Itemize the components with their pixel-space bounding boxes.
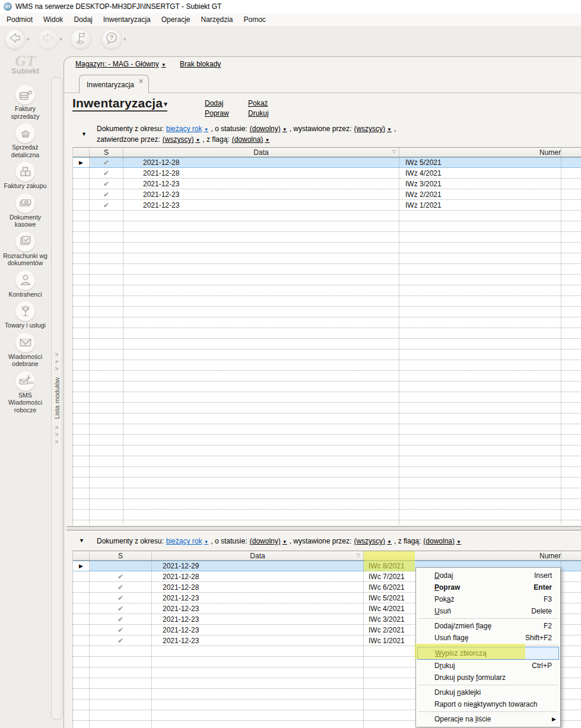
menu-item-dodaj-zmie-flag-[interactable]: Dodaj/zmień flagęF2: [416, 620, 560, 632]
empty-table-row[interactable]: [73, 456, 581, 467]
empty-table-row[interactable]: [73, 478, 581, 488]
table-row[interactable]: ✔2021-12-23IWz 1/2021: [73, 200, 581, 211]
sidebar-item-faktury-sprzeda-y[interactable]: Faktury sprzedaży: [1, 83, 50, 122]
empty-table-row[interactable]: [73, 243, 581, 253]
filter-value-dropdown[interactable]: (dowolna)▼: [232, 135, 270, 144]
empty-table-row[interactable]: [73, 371, 581, 382]
empty-table-row[interactable]: [73, 488, 581, 499]
empty-table-row[interactable]: [73, 467, 581, 478]
empty-table-row[interactable]: [73, 296, 581, 307]
column-header-s[interactable]: S: [90, 551, 152, 560]
chevron-down-icon[interactable]: ▾: [60, 36, 63, 42]
column-header-data[interactable]: Data▽: [123, 148, 399, 157]
splitter-handle[interactable]: [66, 526, 581, 530]
empty-table-row[interactable]: [73, 446, 581, 456]
empty-table-row[interactable]: [73, 520, 581, 525]
sidebar-item-rozrachunki-wg-dokument-w[interactable]: Rozrachunki wg dokumentów: [1, 230, 50, 269]
drukuj-link[interactable]: Drukuj: [248, 109, 269, 117]
sidebar-item-faktury-zakupu[interactable]: Faktury zakupu: [1, 160, 50, 192]
empty-table-row[interactable]: [73, 275, 581, 285]
empty-table-row[interactable]: [73, 435, 581, 446]
modules-strip-toggle[interactable]: > > > Lista modułów > > >: [51, 77, 62, 720]
pokaz-link[interactable]: Pokaż: [248, 99, 268, 107]
table-row[interactable]: ▶✔2021-12-28IWz 5/2021: [73, 157, 581, 168]
filter-value-dropdown[interactable]: (wszyscy)▼: [354, 125, 392, 133]
table-row[interactable]: ✔2021-12-23IWz 2/2021: [73, 189, 581, 200]
menu-item-drukuj-naklejki[interactable]: Drukuj naklejki: [416, 686, 560, 698]
nav-arrow-button[interactable]: [5, 29, 25, 49]
flag-button[interactable]: [71, 29, 91, 49]
menu-item-wypisz-zbiorcz-[interactable]: Wypisz zbiorczą: [417, 647, 559, 660]
sidebar-item-dokumenty-kasowe[interactable]: Dokumenty kasowe: [1, 192, 50, 230]
column-header-data[interactable]: Data▽: [152, 551, 364, 560]
empty-table-row[interactable]: [73, 232, 581, 243]
empty-table-row[interactable]: [73, 403, 581, 414]
dodaj-link[interactable]: Dodaj: [205, 99, 223, 107]
empty-table-row[interactable]: [73, 285, 581, 296]
column-header-marker[interactable]: [73, 148, 90, 157]
filter-value-dropdown[interactable]: (wszyscy)▼: [163, 135, 201, 144]
column-header-marker[interactable]: [73, 551, 90, 560]
menubar-item-podmiot[interactable]: Podmiot: [1, 14, 38, 26]
menu-item-drukuj[interactable]: DrukujCtrl+P: [416, 660, 560, 672]
filter-collapse-icon[interactable]: ▼: [79, 538, 84, 543]
menu-item-usu-[interactable]: UsuńDelete: [416, 605, 560, 617]
filter-value-dropdown[interactable]: (wszyscy)▼: [354, 537, 392, 545]
column-header-numer[interactable]: Numer: [364, 551, 561, 560]
popraw-link[interactable]: Popraw: [205, 109, 229, 117]
empty-table-row[interactable]: [73, 264, 581, 275]
empty-table-row[interactable]: [73, 414, 581, 424]
sort-indicator-icon[interactable]: ▽: [392, 149, 396, 154]
page-title[interactable]: Inwentaryzacja▾: [72, 96, 167, 110]
menubar-item-pomoc[interactable]: Pomoc: [239, 14, 271, 26]
sidebar-item-sprzeda-detaliczna[interactable]: Sprzedaż detaliczna: [1, 122, 50, 160]
warehouse-selector[interactable]: Magazyn: - MAG - Główny▼: [75, 60, 166, 68]
table-row[interactable]: ✔2021-12-28IWz 4/2021: [73, 168, 581, 179]
empty-table-row[interactable]: [73, 211, 581, 221]
menubar-item-operacje[interactable]: Operacje: [156, 14, 196, 26]
empty-table-row[interactable]: [73, 360, 581, 371]
empty-table-row[interactable]: [73, 339, 581, 349]
column-header-filler[interactable]: [561, 148, 581, 157]
menu-item-operacje-na-li-cie[interactable]: Operacje na liście▶: [416, 713, 560, 725]
table-row[interactable]: ✔2021-12-23IWz 3/2021: [73, 179, 581, 189]
filter-value-dropdown[interactable]: (dowolna)▼: [423, 537, 461, 545]
sidebar-item-towary-i-us-ugi[interactable]: Towary i usługi: [1, 300, 50, 331]
help-button[interactable]: ?: [101, 29, 122, 49]
empty-table-row[interactable]: [73, 499, 581, 510]
chevron-down-icon[interactable]: ▾: [27, 36, 30, 42]
filter-collapse-icon[interactable]: ▼: [81, 131, 87, 137]
column-header-numer[interactable]: Numer: [399, 148, 561, 157]
sidebar-item-sms-wiadomo-ci-robocze[interactable]: SMSSMS Wiadomości robocze: [1, 370, 50, 416]
empty-table-row[interactable]: [73, 349, 581, 360]
empty-table-row[interactable]: [73, 253, 581, 264]
menubar-item-dodaj[interactable]: Dodaj: [68, 14, 97, 26]
filter-value-dropdown[interactable]: (dowolny)▼: [250, 125, 287, 133]
menu-item-usu-flag-[interactable]: Usuń flagęShift+F2: [416, 632, 560, 644]
empty-table-row[interactable]: [73, 221, 581, 232]
close-icon[interactable]: ×: [139, 77, 143, 85]
lock-status-link[interactable]: Brak blokady: [180, 60, 221, 68]
sidebar-item-wiadomo-ci-odebrane[interactable]: Wiadomości odebrane: [1, 331, 50, 370]
filter-value-dropdown[interactable]: bieżący rok▼: [166, 537, 209, 545]
empty-table-row[interactable]: [73, 392, 581, 403]
menu-item-raport-o-nieaktywnych-towarach[interactable]: Raport o nieaktywnych towarach: [416, 698, 560, 710]
empty-table-row[interactable]: [73, 307, 581, 317]
menu-item-poka-[interactable]: PokażF3: [416, 593, 560, 605]
menu-item-drukuj-pusty-formularz[interactable]: Drukuj pusty formularz: [416, 672, 560, 684]
menu-item-popraw[interactable]: PoprawEnter: [416, 581, 560, 593]
empty-table-row[interactable]: [73, 510, 581, 520]
empty-table-row[interactable]: [73, 382, 581, 392]
column-header-s[interactable]: S: [90, 148, 123, 157]
menubar-item-narzędzia[interactable]: Narzędzia: [195, 14, 238, 26]
column-header-filler[interactable]: [561, 551, 581, 560]
empty-table-row[interactable]: [73, 317, 581, 328]
sort-indicator-icon[interactable]: ▽: [357, 552, 360, 558]
filter-value-dropdown[interactable]: bieżący rok▼: [166, 125, 209, 133]
menubar-item-widok[interactable]: Widok: [38, 14, 68, 26]
sidebar-item-kontrahenci[interactable]: Kontrahenci: [1, 269, 50, 300]
menubar-item-inwentaryzacja[interactable]: Inwentaryzacja: [98, 14, 156, 26]
empty-table-row[interactable]: [73, 328, 581, 339]
menu-item-dodaj[interactable]: DodajInsert: [416, 570, 560, 581]
tab-inwentaryzacja[interactable]: Inwentaryzacja ×: [79, 75, 149, 93]
